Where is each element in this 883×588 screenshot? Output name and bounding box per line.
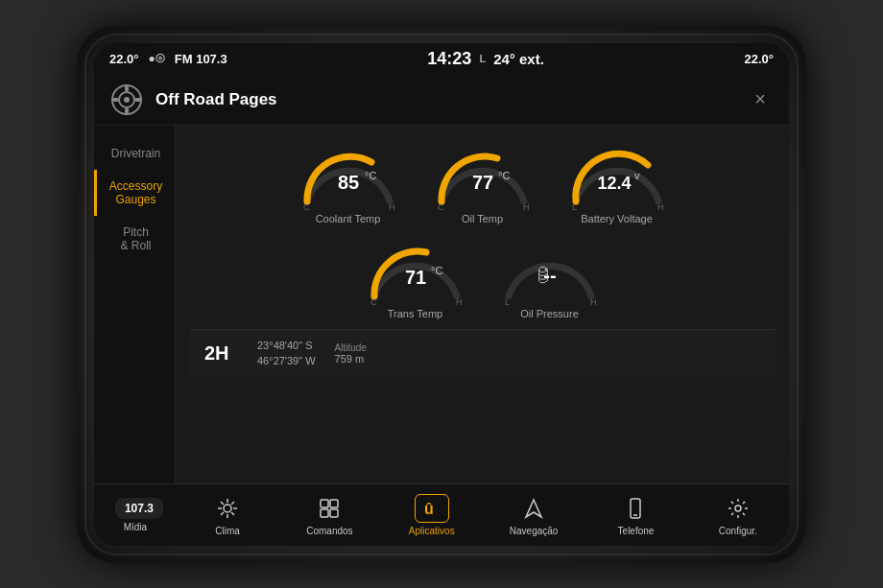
svg-text:H: H [657,202,664,211]
nav-item-clima[interactable]: Clima [177,490,278,540]
info-bar: 2H 23°48'40" S 46°27'39" W Altitude 759 … [189,329,776,377]
svg-line-35 [221,512,224,515]
nav-item-telefone[interactable]: Telefone [585,490,686,540]
svg-text:H: H [389,202,395,211]
svg-text:H: H [590,297,597,306]
sidebar-label-accessory: AccessoryGauges [109,179,162,206]
navegacao-label: Navegação [510,526,559,536]
trans-label: Trans Temp [388,308,442,319]
temp-left: 22.0° [109,52,139,66]
sidebar-item-pitch[interactable]: Pitch& Roll [94,216,175,262]
svg-text:v: v [634,170,640,181]
svg-text:--: -- [543,265,556,286]
body-area: Drivetrain AccessoryGauges Pitch& Roll [94,126,789,483]
altitude-value: 759 m [335,353,367,365]
wifi-icon: ●⦾ [149,52,165,65]
svg-rect-39 [330,509,338,517]
svg-text:C: C [303,202,310,211]
radio-label: FM 107.3 [175,52,227,66]
configur-label: Configur. [719,526,757,536]
battery-label: Battery Voltage [581,213,653,224]
sidebar-item-accessory[interactable]: AccessoryGauges [94,170,175,216]
gauge-oil-pressure: L H 🛢 -- Oil Pressure [488,234,612,319]
screen: 22.0° ●⦾ FM 107.3 14:23 L 24° ext. 22.0° [94,43,789,546]
status-center: 14:23 L 24° ext. [427,49,543,69]
svg-rect-5 [113,98,118,102]
svg-text:C: C [438,202,444,211]
configur-icon [721,494,755,523]
gauge-row-1: C H 85 °C Coolant Temp [189,139,776,224]
aplicativos-icon: û [415,494,449,523]
time-display: 14:23 [427,49,471,69]
gauge-oil-temp: C H 77 °C Oil Temp [420,139,545,224]
sidebar-item-drivetrain[interactable]: Drivetrain [94,137,175,170]
gauge-battery-svg: L H 12.4 v [564,139,670,211]
gauge-oil-temp-wrap: C H 77 °C [430,139,536,211]
gauge-trans-wrap: C H 71 °C [363,234,468,306]
coord1: 23°48'40" S [257,338,316,354]
svg-line-32 [221,502,224,505]
nav-item-aplicativos[interactable]: û Aplicativos [381,490,483,540]
comandos-label: Comandos [306,526,352,536]
temp-right: 22.0° [744,52,774,66]
nav-item-navegacao[interactable]: Navegação [483,490,585,540]
altitude-label: Altitude [335,342,367,353]
svg-marker-41 [526,500,541,517]
header-row: Off Road Pages × [94,75,789,126]
status-bar: 22.0° ●⦾ FM 107.3 14:23 L 24° ext. 22.0° [94,43,789,75]
status-left: 22.0° ●⦾ FM 107.3 [109,52,227,66]
svg-text:°C: °C [431,265,442,276]
media-label: Mídia [124,522,147,532]
svg-text:77: 77 [471,172,492,193]
status-right: 22.0° [744,52,774,66]
oil-pressure-label: Oil Pressure [520,308,579,319]
ext-temp: 24° ext. [493,51,544,67]
comandos-icon [312,494,346,523]
gauge-oil-temp-svg: C H 77 °C [430,139,536,211]
gauge-trans-svg: C H 71 °C [363,234,468,306]
gauge-battery: L H 12.4 v Battery Voltage [555,139,680,224]
svg-rect-37 [330,500,338,507]
gauge-coolant: C H 85 °C Coolant Temp [286,139,411,224]
drive-mode: 2H [204,342,238,365]
main-content: Off Road Pages × Drivetrain AccessoryGau… [94,75,789,483]
navegacao-icon [516,494,551,523]
svg-rect-38 [321,509,328,517]
gauge-oil-pressure-svg: L H 🛢 -- [497,234,603,306]
svg-text:û: û [424,501,434,517]
svg-rect-4 [125,108,129,113]
nav-item-configur[interactable]: Configur. [687,490,789,540]
clima-label: Clima [215,526,240,536]
bottom-nav: 107.3 Mídia Clima Comandos [94,483,789,546]
nav-item-media[interactable]: 107.3 Mídia [94,494,177,536]
svg-text:C: C [370,297,377,306]
offroad-icon [109,82,144,117]
svg-text:°C: °C [365,170,376,181]
sidebar: Drivetrain AccessoryGauges Pitch& Roll [94,126,176,483]
gauge-trans: C H 71 °C Trans Temp [353,234,478,319]
svg-rect-6 [135,98,140,102]
svg-point-44 [735,506,741,511]
sidebar-label-pitch: Pitch& Roll [120,225,151,252]
device-frame: 22.0° ●⦾ FM 107.3 14:23 L 24° ext. 22.0° [77,26,806,563]
svg-text:H: H [456,297,463,306]
coord2: 46°27'39" W [257,353,316,369]
gauge-battery-wrap: L H 12.4 v [564,139,670,211]
svg-text:H: H [523,202,530,211]
aplicativos-label: Aplicativos [409,526,455,536]
svg-text:L: L [572,202,577,211]
svg-line-34 [231,502,234,505]
media-box: 107.3 [115,498,163,519]
svg-text:12.4: 12.4 [597,174,631,193]
svg-rect-3 [125,86,129,91]
gauge-oil-pressure-wrap: L H 🛢 -- [497,234,603,306]
svg-point-27 [224,505,231,512]
close-button[interactable]: × [747,86,774,113]
svg-text:85: 85 [337,172,358,193]
time-indicator: L [479,53,486,64]
gauge-coolant-wrap: C H 85 °C [296,139,401,211]
nav-item-comandos[interactable]: Comandos [278,490,380,540]
gauges-area: C H 85 °C Coolant Temp [176,126,789,483]
coordinates: 23°48'40" S 46°27'39" W [257,338,316,369]
altitude-block: Altitude 759 m [335,342,367,365]
